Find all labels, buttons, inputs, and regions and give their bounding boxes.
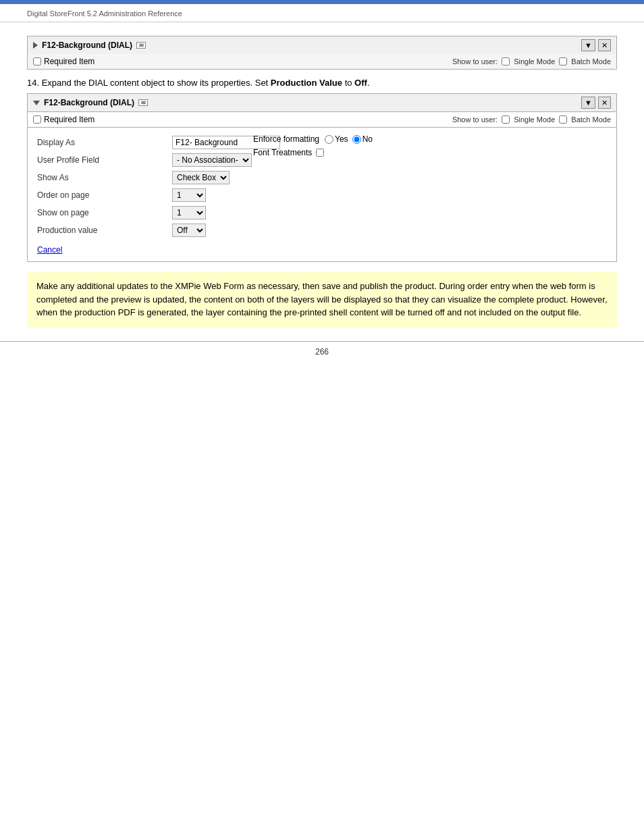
batch-mode-checkbox-expanded[interactable] (559, 115, 567, 124)
order-on-page-label: Order on page (37, 187, 172, 203)
font-treatments-label: Font Treatments (253, 148, 312, 157)
email-icon: ✉ (136, 42, 146, 49)
production-value-label: Production value (37, 222, 172, 238)
font-treatments-row: Font Treatments (253, 148, 607, 157)
dropdown-button[interactable]: ▼ (581, 39, 595, 51)
collapse-icon[interactable] (33, 101, 40, 105)
header: Digital StoreFront 5.2 Administration Re… (0, 4, 644, 22)
cancel-link[interactable]: Cancel (37, 245, 62, 255)
user-profile-field-label: User Profile Field (37, 152, 172, 168)
step-text-end: . (367, 78, 370, 88)
collapsed-required-row: Required Item Show to user: Single Mode … (28, 54, 616, 69)
required-checkbox-collapsed[interactable] (33, 57, 41, 66)
expand-icon[interactable] (33, 42, 38, 49)
collapsed-item: F12-Background (DIAL) ✉ ▼ ✕ Required Ite… (27, 36, 617, 70)
required-item-label-collapsed: Required Item (44, 57, 95, 66)
expanded-close-button[interactable]: ✕ (598, 97, 611, 109)
radio-yes-input[interactable] (325, 135, 333, 144)
show-as-select[interactable]: Check Box (172, 171, 230, 184)
single-mode-checkbox-expanded[interactable] (502, 115, 510, 124)
collapsed-required-left: Required Item (33, 57, 95, 66)
content: F12-Background (DIAL) ✉ ▼ ✕ Required Ite… (0, 22, 644, 341)
single-mode-label-expanded: Single Mode (514, 115, 555, 124)
step-bold1: Production Value (271, 78, 342, 88)
enforce-formatting-row: Enforce formatting Yes No (253, 134, 607, 144)
email-icon-expanded: ✉ (138, 99, 148, 106)
step-bold2: Off (354, 78, 367, 88)
enforce-formatting-label: Enforce formatting (253, 134, 319, 144)
required-item-label-expanded: Required Item (44, 115, 95, 124)
collapsed-header-right: ▼ ✕ (581, 39, 611, 51)
footer: 266 (0, 341, 644, 362)
radio-yes: Yes (325, 134, 348, 144)
expanded-item-label: F12-Background (DIAL) (44, 98, 134, 107)
batch-mode-label-expanded: Batch Mode (571, 115, 611, 124)
batch-mode-label-collapsed: Batch Mode (571, 57, 611, 66)
production-value-select[interactable]: Off On (172, 224, 206, 237)
batch-mode-checkbox-collapsed[interactable] (559, 57, 567, 66)
collapsed-item-header: F12-Background (DIAL) ✉ ▼ ✕ (28, 36, 616, 54)
radio-group: Yes No (325, 134, 373, 144)
expanded-required-row: Required Item Show to user: Single Mode … (28, 112, 616, 127)
radio-no: No (352, 134, 373, 144)
order-on-page-select[interactable]: 1 (172, 188, 206, 202)
show-to-user-label-expanded: Show to user: (452, 115, 498, 124)
cancel-container: Cancel (37, 242, 240, 255)
collapsed-item-label: F12-Background (DIAL) (42, 41, 132, 50)
form-area: Display As User Profile Field (28, 128, 616, 261)
no-label: No (363, 134, 373, 144)
show-as-label: Show As (37, 170, 172, 186)
form-left: Display As User Profile Field (37, 134, 240, 255)
show-on-page-select[interactable]: 1 (172, 206, 206, 219)
collapsed-header-left: F12-Background (DIAL) ✉ (33, 41, 146, 50)
header-title: Digital StoreFront 5.2 Administration Re… (27, 9, 182, 18)
show-to-user-label-collapsed: Show to user: (452, 57, 498, 66)
expanded-show-to-user: Show to user: Single Mode Batch Mode (452, 115, 611, 124)
single-mode-label-collapsed: Single Mode (514, 57, 555, 66)
expanded-item: F12-Background (DIAL) ✉ ▼ ✕ Required Ite… (27, 93, 617, 262)
step-text-before: 14. Expand the DIAL content object to sh… (27, 78, 271, 88)
single-mode-checkbox-collapsed[interactable] (502, 57, 510, 66)
collapsed-show-to-user: Show to user: Single Mode Batch Mode (452, 57, 611, 66)
form-right: Enforce formatting Yes No (240, 134, 607, 255)
note-box: Make any additional updates to the XMPie… (27, 271, 617, 328)
expanded-header-left: F12-Background (DIAL) ✉ (33, 98, 148, 107)
font-treatments-checkbox[interactable] (316, 149, 324, 157)
note-text: Make any additional updates to the XMPie… (36, 281, 608, 317)
step-text-after: to (342, 78, 354, 88)
form-body: Display As User Profile Field (37, 134, 607, 255)
expanded-dropdown-button[interactable]: ▼ (581, 97, 595, 109)
close-button[interactable]: ✕ (598, 39, 611, 51)
expanded-header-right: ▼ ✕ (581, 97, 611, 109)
expanded-required-left: Required Item (33, 115, 95, 124)
yes-label: Yes (335, 134, 348, 144)
step-instruction: 14. Expand the DIAL content object to sh… (27, 78, 617, 88)
show-on-page-label: Show on page (37, 205, 172, 221)
form-grid: Display As User Profile Field (37, 134, 240, 238)
display-as-label: Display As (37, 134, 172, 151)
radio-no-input[interactable] (352, 135, 361, 144)
page-wrapper: Digital StoreFront 5.2 Administration Re… (0, 0, 644, 362)
expanded-item-header: F12-Background (DIAL) ✉ ▼ ✕ (28, 94, 616, 112)
required-checkbox-expanded[interactable] (33, 115, 41, 124)
page-number: 266 (315, 347, 329, 357)
